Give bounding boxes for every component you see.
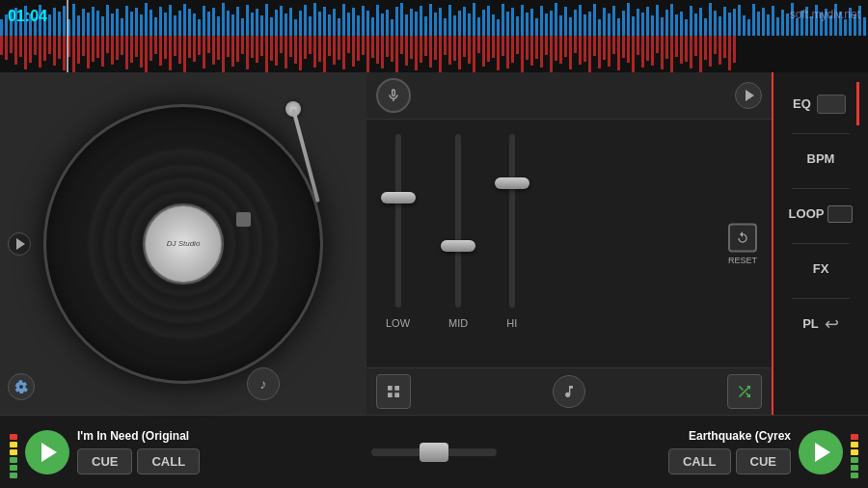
svg-rect-98: [468, 14, 471, 36]
svg-rect-214: [149, 36, 152, 61]
turntable-play-left[interactable]: [8, 232, 31, 256]
svg-rect-132: [632, 16, 635, 36]
svg-rect-261: [376, 36, 379, 64]
right-btn-fx[interactable]: FX: [782, 247, 859, 290]
gear-btn-turntable[interactable]: [8, 373, 35, 400]
svg-rect-35: [164, 13, 167, 36]
cue-button-left[interactable]: CUE: [77, 448, 132, 474]
svg-rect-136: [651, 15, 654, 36]
slider-hi[interactable]: HI: [506, 134, 517, 329]
svg-rect-145: [694, 14, 697, 36]
svg-rect-271: [424, 36, 427, 56]
svg-rect-17: [77, 15, 80, 36]
turntable-section: DJ Studio ♪: [0, 72, 366, 415]
call-button-left[interactable]: CALL: [137, 448, 200, 474]
vinyl-label: DJ Studio: [146, 206, 221, 282]
svg-rect-287: [502, 36, 504, 56]
play-btn-center[interactable]: [735, 82, 762, 109]
svg-rect-198: [72, 36, 75, 72]
svg-rect-215: [154, 36, 157, 54]
svg-rect-248: [313, 36, 316, 68]
crossfader-area[interactable]: [357, 448, 511, 456]
svg-rect-151: [723, 7, 726, 36]
svg-rect-332: [719, 36, 721, 65]
slider-low-thumb[interactable]: [381, 192, 416, 203]
slider-low[interactable]: LOW: [386, 134, 410, 329]
play-button-left[interactable]: [25, 430, 69, 474]
svg-rect-105: [502, 4, 504, 36]
svg-rect-272: [429, 36, 432, 68]
svg-rect-326: [690, 36, 692, 68]
svg-rect-320: [661, 36, 664, 69]
mic-button[interactable]: [376, 78, 411, 113]
svg-rect-52: [246, 5, 249, 36]
main-area: DJ Studio ♪: [0, 72, 868, 415]
track-name-left: I'm In Need (Original: [77, 429, 347, 443]
slider-hi-thumb[interactable]: [495, 177, 529, 189]
play-triangle-left: [41, 443, 57, 462]
right-btn-loop[interactable]: LOOP: [782, 192, 859, 235]
svg-rect-154: [738, 5, 741, 36]
cue-button-right[interactable]: CUE: [736, 448, 791, 474]
play-button-right[interactable]: [799, 430, 843, 474]
svg-rect-94: [448, 5, 451, 36]
svg-rect-71: [338, 18, 340, 36]
svg-rect-78: [371, 17, 374, 36]
call-button-right[interactable]: CALL: [668, 448, 731, 474]
svg-rect-72: [342, 4, 345, 36]
svg-rect-195: [58, 36, 61, 59]
svg-rect-273: [434, 36, 437, 60]
svg-rect-131: [627, 3, 630, 36]
music-note-btn[interactable]: ♪: [247, 367, 280, 400]
svg-rect-101: [482, 10, 485, 36]
svg-rect-191: [39, 36, 41, 68]
slider-mid-thumb[interactable]: [441, 240, 475, 252]
svg-rect-107: [511, 8, 514, 36]
eq-label: EQ: [793, 96, 811, 111]
svg-rect-11: [48, 14, 51, 36]
svg-rect-123: [588, 12, 591, 36]
svg-rect-308: [603, 36, 606, 60]
svg-rect-270: [420, 36, 422, 63]
svg-rect-27: [125, 6, 128, 36]
watermark: soft.mydiv.net: [790, 8, 860, 21]
svg-rect-277: [453, 36, 456, 61]
right-btn-bpm[interactable]: BPM: [782, 137, 859, 180]
svg-rect-205: [106, 36, 109, 53]
svg-rect-288: [506, 36, 509, 68]
shuffle-button[interactable]: [727, 374, 762, 409]
svg-rect-25: [116, 9, 119, 36]
reset-button[interactable]: RESET: [728, 223, 757, 264]
svg-rect-55: [260, 15, 263, 36]
svg-rect-121: [579, 5, 582, 36]
svg-rect-210: [130, 36, 133, 63]
waveform-top[interactable]: 01:04: [0, 0, 868, 36]
svg-rect-244: [294, 36, 297, 64]
grid-button[interactable]: [376, 374, 411, 409]
svg-rect-281: [473, 36, 475, 72]
svg-rect-73: [347, 13, 350, 36]
crossfader-track[interactable]: [371, 448, 497, 456]
waveform-bottom[interactable]: [0, 36, 868, 72]
svg-rect-257: [357, 36, 360, 61]
svg-rect-148: [709, 3, 712, 36]
right-btn-pl[interactable]: PL ↩: [782, 302, 859, 345]
svg-rect-45: [212, 8, 215, 36]
svg-rect-81: [386, 10, 389, 36]
svg-rect-40: [188, 9, 191, 36]
svg-rect-225: [203, 36, 205, 68]
svg-rect-289: [511, 36, 514, 63]
svg-rect-290: [516, 36, 519, 54]
right-btn-eq[interactable]: EQ: [782, 82, 859, 125]
svg-rect-238: [265, 36, 268, 72]
music-btn-mixer[interactable]: [553, 375, 585, 408]
svg-rect-204: [101, 36, 104, 67]
svg-rect-327: [694, 36, 697, 56]
svg-rect-133: [637, 9, 639, 36]
divider-3: [792, 243, 850, 244]
svg-rect-211: [135, 36, 138, 57]
svg-rect-245: [299, 36, 302, 70]
slider-mid[interactable]: MID: [448, 134, 468, 329]
crossfader-thumb[interactable]: [420, 443, 448, 462]
svg-rect-293: [530, 36, 533, 66]
